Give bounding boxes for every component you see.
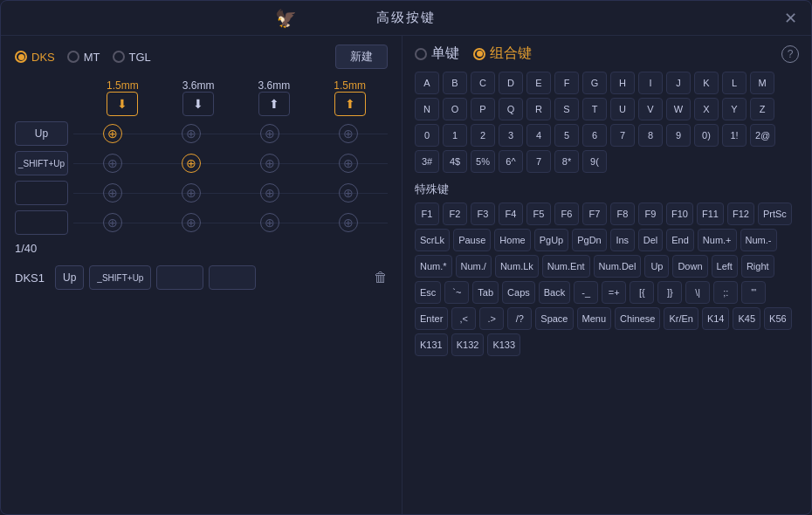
plus-icon-0-1[interactable]: ⊕ [182,124,201,143]
special-key-end[interactable]: End [666,229,694,251]
plus-icon-1-2[interactable]: ⊕ [260,154,279,173]
key-x[interactable]: X [694,98,719,120]
row-label-1[interactable]: _SHIFT+Up [15,151,68,175]
cell-1-1[interactable]: ⊕ [152,151,231,175]
help-icon[interactable]: ? [781,45,799,63]
cell-2-2[interactable]: ⊕ [231,181,309,205]
special-key-up[interactable]: Up [644,255,669,278]
key-r[interactable]: R [526,98,551,120]
key-u[interactable]: U [610,98,635,120]
key-h[interactable]: H [610,72,635,94]
special-key-f2[interactable]: F2 [443,203,467,225]
arrow-btn-2[interactable]: ⬆ [237,92,313,116]
special-key-k133[interactable]: K133 [487,333,520,356]
special-key-menu[interactable]: Menu [577,307,612,330]
key-3[interactable]: 3 [499,124,523,147]
special-key-num--[interactable]: Num.* [415,255,452,278]
tgl-radio[interactable]: TGL [113,51,151,64]
special-key-num--[interactable]: Num.+ [698,229,737,251]
arrow-btn-1[interactable]: ⬇ [161,92,237,116]
special-key-num-del[interactable]: Num.Del [594,255,642,278]
cell-0-1[interactable]: ⊕ [152,121,231,146]
special-key---[interactable]: ;: [713,281,738,304]
special-key-f3[interactable]: F3 [471,203,495,225]
key-4[interactable]: 4 [526,124,551,147]
plus-icon-1-3[interactable]: ⊕ [339,154,358,173]
dks-radio[interactable]: DKS [15,51,55,64]
special-key-k132[interactable]: K132 [451,333,485,356]
special-key-f5[interactable]: F5 [526,203,551,225]
plus-icon-2-3[interactable]: ⊕ [339,183,358,203]
special-key-num-ent[interactable]: Num.Ent [542,255,590,278]
combo-key-radio[interactable]: 组合键 [473,45,532,63]
special-key-pgup[interactable]: PgUp [534,229,569,251]
key-t[interactable]: T [582,98,607,120]
plus-icon-2-0[interactable]: ⊕ [103,183,122,203]
key-7[interactable]: 7 [526,150,551,173]
special-key-k14[interactable]: K14 [702,307,730,330]
key-8[interactable]: 8* [554,150,579,173]
special-key-num--[interactable]: Num.- [740,229,777,251]
special-key-f11[interactable]: F11 [697,203,724,225]
key-1[interactable]: 1! [722,124,747,147]
key-0[interactable]: 0 [415,124,439,147]
special-key-f9[interactable]: F9 [638,203,663,225]
key-0[interactable]: 0) [694,124,719,147]
special-key-space[interactable]: Space [535,307,573,330]
special-key---[interactable]: [{ [630,281,654,304]
key-w[interactable]: W [666,98,691,120]
key-9[interactable]: 9 [666,124,691,147]
key-g[interactable]: G [582,72,607,94]
key-a[interactable]: A [415,72,439,94]
arrow-btn-0[interactable]: ⬇ [85,92,161,116]
special-key-scrlk[interactable]: ScrLk [415,229,450,251]
special-key-f7[interactable]: F7 [582,203,607,225]
key-c[interactable]: C [471,72,495,94]
key-y[interactable]: Y [722,98,747,120]
bottom-key-empty-1[interactable] [156,265,203,290]
key-i[interactable]: I [638,72,663,94]
special-key-esc[interactable]: Esc [415,281,441,304]
plus-icon-3-0[interactable]: ⊕ [103,213,122,232]
plus-icon-0-3[interactable]: ⊕ [339,124,358,143]
key-5[interactable]: 5 [554,124,579,147]
key-6[interactable]: 6 [582,124,607,147]
cell-2-1[interactable]: ⊕ [152,181,231,205]
key-3[interactable]: 3# [415,150,439,173]
key-9[interactable]: 9( [582,150,607,173]
special-key-kr-en[interactable]: Kr/En [664,307,698,330]
special-key-caps[interactable]: Caps [502,281,535,304]
key-4[interactable]: 4$ [443,150,467,173]
special-key-num-lk[interactable]: Num.Lk [495,255,539,278]
row-label-3[interactable] [15,210,68,235]
bottom-key-shift-up[interactable]: _SHIFT+Up [89,265,151,290]
special-key-f4[interactable]: F4 [499,203,523,225]
key-7[interactable]: 7 [610,124,635,147]
special-key---[interactable]: -_ [574,281,598,304]
special-key-tab[interactable]: Tab [472,281,499,304]
special-key-f6[interactable]: F6 [554,203,579,225]
special-key---[interactable]: ,< [451,307,476,330]
cell-1-0[interactable]: ⊕ [73,151,152,175]
key-5[interactable]: 5% [471,150,495,173]
cell-2-3[interactable]: ⊕ [309,181,388,205]
special-key-back[interactable]: Back [539,281,570,304]
key-p[interactable]: P [471,98,495,120]
cell-0-3[interactable]: ⊕ [309,121,388,146]
special-key-ins[interactable]: Ins [610,229,635,251]
key-s[interactable]: S [554,98,579,120]
delete-button[interactable]: 🗑 [374,270,388,285]
single-key-radio[interactable]: 单键 [415,45,459,63]
special-key-f8[interactable]: F8 [610,203,635,225]
key-6[interactable]: 6^ [499,150,523,173]
key-b[interactable]: B [443,72,467,94]
special-key-k131[interactable]: K131 [415,333,448,356]
key-o[interactable]: O [443,98,467,120]
key-q[interactable]: Q [499,98,523,120]
key-v[interactable]: V [638,98,663,120]
special-key-f12[interactable]: F12 [727,203,754,225]
special-key-home[interactable]: Home [494,229,530,251]
cell-3-3[interactable]: ⊕ [309,210,388,235]
special-key-pause[interactable]: Pause [453,229,491,251]
cell-1-3[interactable]: ⊕ [309,151,388,175]
